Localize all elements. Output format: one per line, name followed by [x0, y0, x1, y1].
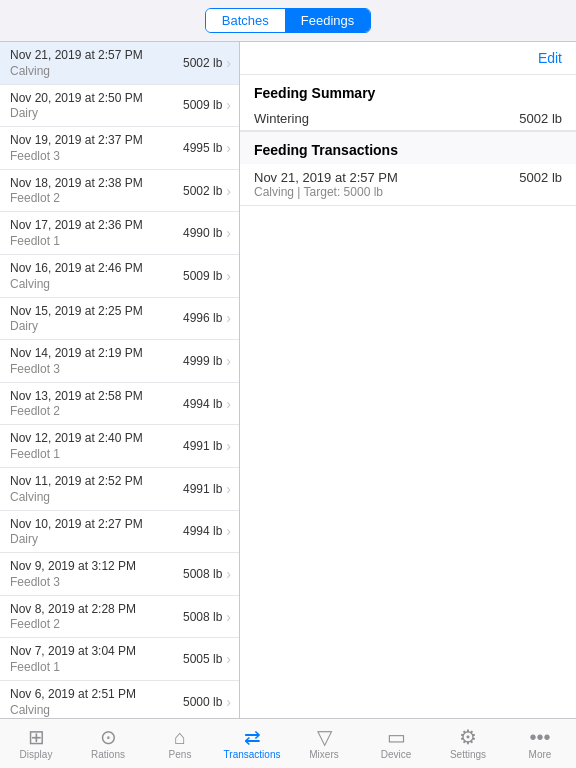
- chevron-icon: ›: [226, 694, 231, 710]
- pens-label: Pens: [169, 749, 192, 760]
- tab-settings[interactable]: ⚙ Settings: [432, 723, 504, 764]
- transaction-item: Nov 21, 2019 at 2:57 PM 5002 lb Calving …: [240, 164, 576, 206]
- feed-item-amount: 5002 lb: [183, 56, 222, 70]
- feed-item-content: Nov 15, 2019 at 2:25 PM Dairy: [10, 304, 183, 334]
- summary-label: Wintering: [254, 111, 309, 126]
- feed-list-item[interactable]: Nov 18, 2019 at 2:38 PM Feedlot 2 5002 l…: [0, 170, 239, 213]
- feed-item-type: Calving: [10, 277, 183, 291]
- chevron-icon: ›: [226, 353, 231, 369]
- feed-item-date: Nov 13, 2019 at 2:58 PM: [10, 389, 183, 405]
- chevron-icon: ›: [226, 140, 231, 156]
- chevron-icon: ›: [226, 438, 231, 454]
- chevron-icon: ›: [226, 481, 231, 497]
- tab-more[interactable]: ••• More: [504, 723, 576, 764]
- feed-item-amount: 5009 lb: [183, 269, 222, 283]
- transaction-amount: 5002 lb: [519, 170, 562, 185]
- feed-item-content: Nov 14, 2019 at 2:19 PM Feedlot 3: [10, 346, 183, 376]
- feed-list: Nov 21, 2019 at 2:57 PM Calving 5002 lb …: [0, 42, 240, 718]
- feeding-summary-title: Feeding Summary: [240, 75, 576, 107]
- settings-icon: ⚙: [459, 727, 477, 747]
- feed-item-amount: 4999 lb: [183, 354, 222, 368]
- transactions-label: Transactions: [224, 749, 281, 760]
- feed-item-type: Feedlot 2: [10, 191, 183, 205]
- feed-item-content: Nov 17, 2019 at 2:36 PM Feedlot 1: [10, 218, 183, 248]
- right-panel: Edit Feeding Summary Wintering 5002 lb F…: [240, 42, 576, 718]
- feed-item-content: Nov 19, 2019 at 2:37 PM Feedlot 3: [10, 133, 183, 163]
- tab-transactions[interactable]: ⇄ Transactions: [216, 723, 288, 764]
- tab-mixers[interactable]: ▽ Mixers: [288, 723, 360, 764]
- feed-item-content: Nov 16, 2019 at 2:46 PM Calving: [10, 261, 183, 291]
- feed-item-content: Nov 6, 2019 at 2:51 PM Calving: [10, 687, 183, 717]
- feed-item-type: Dairy: [10, 532, 183, 546]
- feed-list-item[interactable]: Nov 10, 2019 at 2:27 PM Dairy 4994 lb ›: [0, 511, 239, 554]
- feed-list-item[interactable]: Nov 8, 2019 at 2:28 PM Feedlot 2 5008 lb…: [0, 596, 239, 639]
- feed-list-item[interactable]: Nov 17, 2019 at 2:36 PM Feedlot 1 4990 l…: [0, 212, 239, 255]
- feed-list-item[interactable]: Nov 9, 2019 at 3:12 PM Feedlot 3 5008 lb…: [0, 553, 239, 596]
- feed-item-amount: 4995 lb: [183, 141, 222, 155]
- feed-item-content: Nov 12, 2019 at 2:40 PM Feedlot 1: [10, 431, 183, 461]
- mixers-icon: ▽: [317, 727, 332, 747]
- feed-item-type: Calving: [10, 703, 183, 717]
- feed-item-amount: 4994 lb: [183, 524, 222, 538]
- feed-item-content: Nov 11, 2019 at 2:52 PM Calving: [10, 474, 183, 504]
- feed-item-type: Feedlot 2: [10, 404, 183, 418]
- feed-item-type: Calving: [10, 490, 183, 504]
- feed-list-item[interactable]: Nov 19, 2019 at 2:37 PM Feedlot 3 4995 l…: [0, 127, 239, 170]
- feed-item-date: Nov 8, 2019 at 2:28 PM: [10, 602, 183, 618]
- chevron-icon: ›: [226, 566, 231, 582]
- feed-list-item[interactable]: Nov 21, 2019 at 2:57 PM Calving 5002 lb …: [0, 42, 239, 85]
- feed-item-amount: 4996 lb: [183, 311, 222, 325]
- feed-item-type: Feedlot 1: [10, 234, 183, 248]
- feed-list-item[interactable]: Nov 20, 2019 at 2:50 PM Dairy 5009 lb ›: [0, 85, 239, 128]
- transaction-row: Nov 21, 2019 at 2:57 PM 5002 lb: [254, 170, 562, 185]
- feed-item-content: Nov 9, 2019 at 3:12 PM Feedlot 3: [10, 559, 183, 589]
- feed-item-date: Nov 18, 2019 at 2:38 PM: [10, 176, 183, 192]
- transactions-icon: ⇄: [244, 727, 261, 747]
- device-label: Device: [381, 749, 412, 760]
- feed-item-amount: 5008 lb: [183, 567, 222, 581]
- tab-display[interactable]: ⊞ Display: [0, 723, 72, 764]
- feed-item-content: Nov 21, 2019 at 2:57 PM Calving: [10, 48, 183, 78]
- feed-list-item[interactable]: Nov 14, 2019 at 2:19 PM Feedlot 3 4999 l…: [0, 340, 239, 383]
- feed-item-content: Nov 8, 2019 at 2:28 PM Feedlot 2: [10, 602, 183, 632]
- feed-item-content: Nov 10, 2019 at 2:27 PM Dairy: [10, 517, 183, 547]
- feed-list-item[interactable]: Nov 15, 2019 at 2:25 PM Dairy 4996 lb ›: [0, 298, 239, 341]
- feed-item-amount: 4990 lb: [183, 226, 222, 240]
- feed-item-amount: 4994 lb: [183, 397, 222, 411]
- summary-value: 5002 lb: [519, 111, 562, 126]
- feed-item-date: Nov 12, 2019 at 2:40 PM: [10, 431, 183, 447]
- chevron-icon: ›: [226, 97, 231, 113]
- feed-item-amount: 5009 lb: [183, 98, 222, 112]
- feed-list-item[interactable]: Nov 16, 2019 at 2:46 PM Calving 5009 lb …: [0, 255, 239, 298]
- feed-item-amount: 5008 lb: [183, 610, 222, 624]
- feed-list-item[interactable]: Nov 7, 2019 at 3:04 PM Feedlot 1 5005 lb…: [0, 638, 239, 681]
- feed-list-item[interactable]: Nov 12, 2019 at 2:40 PM Feedlot 1 4991 l…: [0, 425, 239, 468]
- feed-list-item[interactable]: Nov 13, 2019 at 2:58 PM Feedlot 2 4994 l…: [0, 383, 239, 426]
- feed-item-type: Dairy: [10, 106, 183, 120]
- chevron-icon: ›: [226, 183, 231, 199]
- feed-item-content: Nov 18, 2019 at 2:38 PM Feedlot 2: [10, 176, 183, 206]
- feed-item-date: Nov 9, 2019 at 3:12 PM: [10, 559, 183, 575]
- feed-item-date: Nov 7, 2019 at 3:04 PM: [10, 644, 183, 660]
- chevron-icon: ›: [226, 55, 231, 71]
- edit-button[interactable]: Edit: [538, 50, 562, 66]
- transaction-detail: Calving | Target: 5000 lb: [254, 185, 562, 199]
- feed-item-date: Nov 21, 2019 at 2:57 PM: [10, 48, 183, 64]
- feed-item-date: Nov 6, 2019 at 2:51 PM: [10, 687, 183, 703]
- tab-rations[interactable]: ⊙ Rations: [72, 723, 144, 764]
- chevron-icon: ›: [226, 225, 231, 241]
- feed-item-type: Feedlot 2: [10, 617, 183, 631]
- feed-list-item[interactable]: Nov 6, 2019 at 2:51 PM Calving 5000 lb ›: [0, 681, 239, 718]
- feed-item-type: Feedlot 1: [10, 447, 183, 461]
- batches-segment[interactable]: Batches: [206, 9, 285, 32]
- feed-item-date: Nov 17, 2019 at 2:36 PM: [10, 218, 183, 234]
- tab-device[interactable]: ▭ Device: [360, 723, 432, 764]
- tab-pens[interactable]: ⌂ Pens: [144, 723, 216, 764]
- feed-list-item[interactable]: Nov 11, 2019 at 2:52 PM Calving 4991 lb …: [0, 468, 239, 511]
- rations-label: Rations: [91, 749, 125, 760]
- chevron-icon: ›: [226, 609, 231, 625]
- feed-item-type: Dairy: [10, 319, 183, 333]
- display-label: Display: [20, 749, 53, 760]
- segment-control[interactable]: Batches Feedings: [205, 8, 371, 33]
- feedings-segment[interactable]: Feedings: [285, 9, 370, 32]
